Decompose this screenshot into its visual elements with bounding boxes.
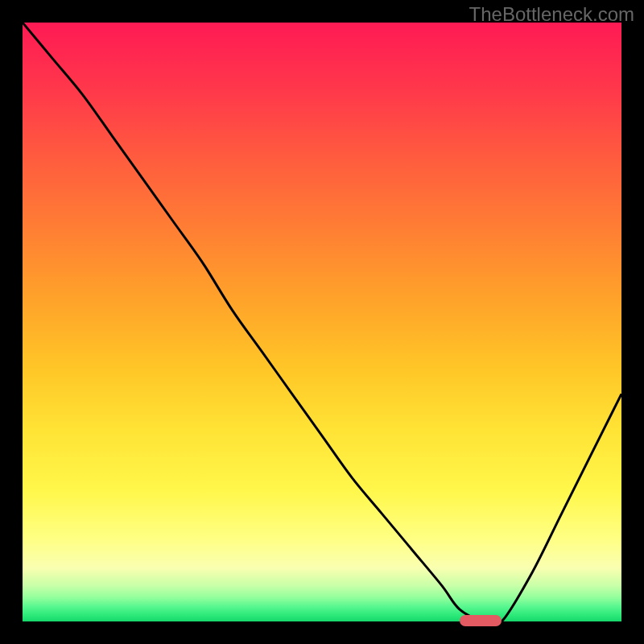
bottleneck-curve xyxy=(23,23,621,621)
chart-canvas: TheBottleneck.com xyxy=(0,0,644,644)
optimal-marker xyxy=(460,615,502,626)
plot-area xyxy=(23,23,621,621)
